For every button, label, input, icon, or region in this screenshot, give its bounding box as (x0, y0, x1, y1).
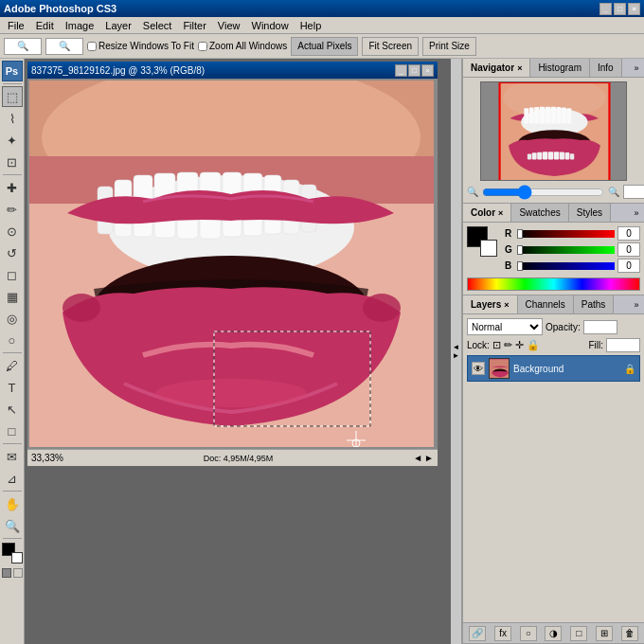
tool-eraser[interactable]: ◻ (2, 264, 23, 285)
layer-visibility-toggle[interactable]: 👁 (472, 362, 485, 375)
menu-layer[interactable]: Layer (99, 19, 137, 32)
menu-image[interactable]: Image (60, 19, 100, 32)
layers-panel: Layers × Channels Paths » Normal (463, 295, 644, 644)
doc-title-buttons[interactable]: _ □ × (395, 64, 434, 77)
lock-paint-icon[interactable]: ✏ (504, 339, 512, 351)
tab-channels[interactable]: Channels (518, 295, 574, 313)
layer-mask-button[interactable]: ○ (520, 626, 537, 641)
fit-screen-button[interactable]: Fit Screen (362, 37, 419, 56)
layers-panel-close[interactable]: » (629, 295, 644, 313)
r-slider-row: R 0 (505, 226, 640, 241)
navigator-preview (480, 81, 627, 181)
tool-crop[interactable]: ⊡ (2, 152, 23, 172)
background-color[interactable] (11, 552, 23, 564)
opacity-input[interactable]: 100% (583, 320, 617, 334)
menu-edit[interactable]: Edit (30, 19, 60, 32)
ps-logo: Ps (2, 61, 23, 81)
tab-color[interactable]: Color × (463, 204, 511, 222)
tab-info[interactable]: Info (590, 59, 622, 77)
tab-paths[interactable]: Paths (574, 295, 615, 313)
zoom-input2[interactable]: 🔍 (45, 38, 83, 55)
maximize-button[interactable]: □ (614, 3, 626, 15)
right-panel-handle[interactable]: ◄► (451, 59, 462, 644)
fg-bg-colors[interactable] (467, 226, 497, 257)
lock-move-icon[interactable]: ✛ (515, 339, 524, 351)
layer-fx-button[interactable]: fx (494, 626, 511, 641)
tool-notes[interactable]: ✉ (2, 446, 23, 467)
tool-brush[interactable]: ✏ (2, 199, 23, 220)
tool-zoom[interactable]: 🔍 (2, 515, 23, 536)
tab-layers[interactable]: Layers × (463, 295, 518, 313)
tool-eyedropper[interactable]: ⊿ (2, 468, 23, 489)
zoom-in-icon[interactable]: 🔍 (608, 187, 619, 197)
scroll-left-icon[interactable]: ◄ (413, 453, 422, 463)
color-tab-close[interactable]: × (498, 208, 503, 218)
zoom-slider[interactable] (482, 187, 604, 198)
color-panel-close[interactable]: » (629, 204, 644, 222)
zoom-all-input[interactable] (198, 42, 207, 51)
resize-windows-checkbox[interactable]: Resize Windows To Fit (87, 41, 194, 51)
lock-transparent-icon[interactable]: ⊡ (492, 339, 501, 351)
g-value-input[interactable]: 0 (617, 242, 640, 257)
canvas-image[interactable] (29, 80, 434, 447)
tool-blur[interactable]: ◎ (2, 308, 23, 329)
quick-mask-mode[interactable] (2, 568, 11, 578)
doc-maximize-button[interactable]: □ (408, 64, 420, 77)
tool-gradient[interactable]: ▦ (2, 286, 23, 307)
menu-select[interactable]: Select (137, 19, 178, 32)
color-chips[interactable] (2, 543, 23, 564)
tool-shape[interactable]: □ (2, 420, 23, 441)
layers-tab-close[interactable]: × (504, 300, 509, 310)
tool-path-select[interactable]: ↖ (2, 399, 23, 420)
layer-new-button[interactable]: ⊞ (596, 626, 613, 641)
scroll-right-icon[interactable]: ► (424, 453, 434, 463)
tab-styles[interactable]: Styles (569, 204, 611, 222)
title-bar-buttons[interactable]: _ □ × (599, 3, 640, 15)
scroll-arrows[interactable]: ◄ ► (413, 453, 434, 463)
menu-filter[interactable]: Filter (177, 19, 211, 32)
tool-pen[interactable]: 🖊 (2, 355, 23, 376)
close-button[interactable]: × (628, 3, 640, 15)
tool-text[interactable]: T (2, 377, 23, 398)
b-value-input[interactable]: 0 (617, 259, 640, 273)
menu-window[interactable]: Window (246, 19, 295, 32)
tool-hand[interactable]: ✋ (2, 493, 23, 514)
layer-background[interactable]: 👁 Background 🔒 (467, 355, 640, 382)
tab-histogram[interactable]: Histogram (530, 59, 590, 77)
tab-navigator[interactable]: Navigator × (463, 59, 530, 77)
layer-delete-button[interactable]: 🗑 (621, 626, 638, 641)
fill-input[interactable]: 100% (606, 338, 640, 352)
tool-dodge[interactable]: ○ (2, 330, 23, 350)
zoom-out-icon[interactable]: 🔍 (467, 187, 478, 197)
lock-all-icon[interactable]: 🔒 (527, 339, 540, 351)
tool-history[interactable]: ↺ (2, 242, 23, 263)
doc-close-button[interactable]: × (421, 64, 434, 77)
tool-stamp[interactable]: ⊙ (2, 221, 23, 242)
navigator-tab-close[interactable]: × (517, 63, 522, 73)
resize-windows-input[interactable] (87, 42, 97, 51)
navigator-panel-close[interactable]: » (629, 59, 644, 77)
doc-minimize-button[interactable]: _ (395, 64, 407, 77)
menu-view[interactable]: View (212, 19, 246, 32)
r-value-input[interactable]: 0 (617, 226, 640, 241)
tool-lasso[interactable]: ⌇ (2, 108, 23, 129)
zoom-all-checkbox[interactable]: Zoom All Windows (198, 41, 287, 51)
blend-mode-select[interactable]: Normal (467, 318, 543, 335)
layer-group-button[interactable]: □ (570, 626, 587, 641)
menu-help[interactable]: Help (295, 19, 328, 32)
zoom-input[interactable]: 🔍 (4, 38, 42, 55)
tool-marquee[interactable]: ⬚ (2, 86, 23, 107)
tool-wand[interactable]: ✦ (2, 130, 23, 151)
zoom-value-input[interactable]: 33,33% (623, 185, 644, 199)
layer-adjustment-button[interactable]: ◑ (545, 626, 562, 641)
tool-healing[interactable]: ✚ (2, 177, 23, 198)
actual-pixels-button[interactable]: Actual Pixels (291, 37, 358, 56)
menu-file[interactable]: File (2, 19, 30, 32)
print-size-button[interactable]: Print Size (422, 37, 476, 56)
minimize-button[interactable]: _ (599, 3, 612, 15)
color-spectrum[interactable] (467, 277, 640, 291)
background-swatch[interactable] (480, 240, 497, 257)
layer-link-button[interactable]: 🔗 (469, 626, 486, 641)
tab-swatches[interactable]: Swatches (511, 204, 568, 222)
standard-mode[interactable] (13, 568, 23, 578)
